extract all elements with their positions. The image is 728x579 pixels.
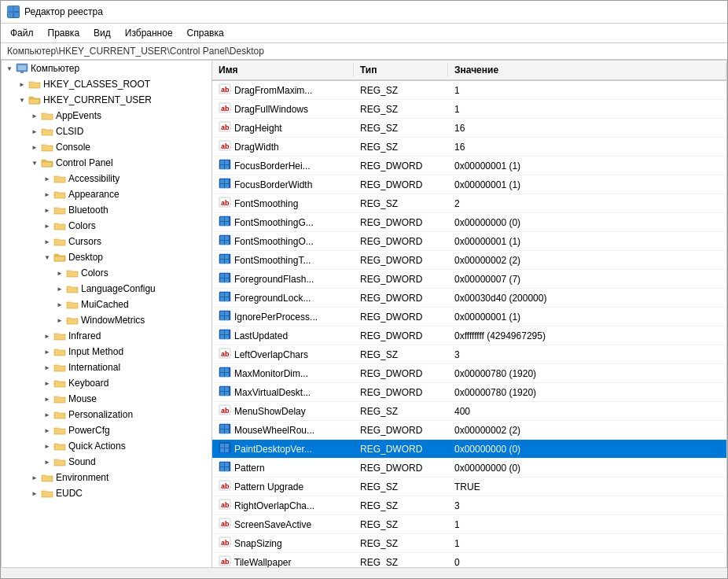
tree-panel[interactable]: ▼Компьютер►HKEY_CLASSES_ROOT▼HKEY_CURREN… (2, 61, 212, 567)
tree-node-bluetooth[interactable]: ►Bluetooth (2, 202, 211, 218)
expand-icon-languageconfigu[interactable]: ► (53, 282, 66, 295)
expand-icon-appevents[interactable]: ► (28, 109, 41, 122)
expand-icon-hkey_classes_root[interactable]: ► (16, 78, 28, 90)
expand-icon-eudc[interactable]: ► (28, 487, 41, 500)
table-row[interactable]: MaxMonitorDim...REG_DWORD0x00000780 (192… (212, 364, 726, 383)
table-row[interactable]: abFontSmoothingREG_SZ2 (212, 194, 726, 213)
folder-icon-appearance (53, 190, 66, 200)
tree-node-international[interactable]: ►International (2, 360, 211, 375)
expand-icon-international[interactable]: ► (41, 361, 53, 374)
svg-rect-82 (220, 444, 224, 448)
expand-icon-control_panel[interactable]: ▼ (28, 157, 41, 169)
expand-icon-windowmetrics[interactable]: ► (53, 314, 66, 326)
table-row[interactable]: PaintDesktopVer...REG_DWORD0x00000000 (0… (212, 440, 726, 459)
tree-node-hkey_current_user[interactable]: ▼HKEY_CURRENT_USER (2, 92, 211, 108)
expand-icon-hkey_current_user[interactable]: ▼ (16, 94, 28, 106)
table-row[interactable]: abRightOverlapCha...REG_SZ3 (212, 496, 726, 515)
expand-icon-desktop[interactable]: ▼ (41, 251, 53, 264)
tree-node-sound[interactable]: ►Sound (2, 454, 211, 470)
menu-item-правка[interactable]: Правка (42, 25, 86, 41)
table-row[interactable]: ForegroundLock...REG_DWORD0x00030d40 (20… (212, 289, 726, 308)
tree-node-powercfg[interactable]: ►PowerCfg (2, 422, 211, 438)
table-row[interactable]: abDragHeightREG_SZ16 (212, 119, 726, 138)
table-row[interactable]: abMenuShowDelayREG_SZ400 (212, 402, 726, 421)
tree-node-windowmetrics[interactable]: ►WindowMetrics (2, 312, 211, 328)
tree-node-languageconfigu[interactable]: ►LanguageConfigu (2, 281, 211, 297)
expand-icon-bluetooth[interactable]: ► (41, 204, 53, 216)
expand-icon-accessibility[interactable]: ► (41, 172, 53, 185)
tree-node-desktop[interactable]: ▼Desktop (2, 249, 211, 265)
expand-icon-computer[interactable]: ▼ (3, 62, 16, 75)
expand-icon-input_method[interactable]: ► (41, 345, 53, 358)
svg-rect-40 (220, 260, 224, 264)
table-row[interactable]: abDragFullWindowsREG_SZ1 (212, 100, 726, 119)
tree-node-muicached[interactable]: ►MuiCached (2, 297, 211, 312)
expand-icon-environment[interactable]: ► (28, 471, 41, 484)
tree-node-console[interactable]: ►Console (2, 139, 211, 155)
expand-icon-appearance[interactable]: ► (41, 188, 53, 201)
table-row[interactable]: abLeftOverlapCharsREG_SZ3 (212, 345, 726, 364)
folder-icon-appevents (41, 111, 53, 121)
tree-node-clsid[interactable]: ►CLSID (2, 124, 211, 139)
table-body[interactable]: abDragFromMaxim...REG_SZ1abDragFullWindo… (212, 81, 726, 567)
expand-icon-sound[interactable]: ► (41, 455, 53, 468)
table-row[interactable]: abDragFromMaxim...REG_SZ1 (212, 81, 726, 100)
cell-name-23: abScreenSaveActive (212, 515, 354, 533)
table-row[interactable]: FocusBorderWidthREG_DWORD0x00000001 (1) (212, 175, 726, 194)
tree-node-appevents[interactable]: ►AppEvents (2, 108, 211, 124)
expand-icon-colors_sub[interactable]: ► (53, 267, 66, 279)
expand-icon-colors[interactable]: ► (41, 219, 53, 232)
expand-icon-personalization[interactable]: ► (41, 408, 53, 421)
expand-icon-clsid[interactable]: ► (28, 125, 41, 138)
tree-node-infrared[interactable]: ►Infrared (2, 328, 211, 344)
table-row[interactable]: abPattern UpgradeREG_SZTRUE (212, 478, 726, 496)
table-row[interactable]: FocusBorderHei...REG_DWORD0x00000001 (1) (212, 157, 726, 175)
tree-node-colors_sub[interactable]: ►Colors (2, 265, 211, 281)
expand-icon-infrared[interactable]: ► (41, 330, 53, 342)
table-row[interactable]: LastUpdatedREG_DWORD0xffffffff (42949672… (212, 326, 726, 345)
tree-node-keyboard[interactable]: ►Keyboard (2, 375, 211, 391)
tree-node-input_method[interactable]: ►Input Method (2, 344, 211, 360)
expand-icon-keyboard[interactable]: ► (41, 377, 53, 389)
menu-item-избранное[interactable]: Избранное (119, 25, 179, 41)
table-row[interactable]: IgnorePerProcess...REG_DWORD0x00000001 (… (212, 308, 726, 326)
table-row[interactable]: abScreenSaveActiveREG_SZ1 (212, 515, 726, 534)
tree-node-appearance[interactable]: ►Appearance (2, 186, 211, 202)
tree-node-personalization[interactable]: ►Personalization (2, 407, 211, 422)
tree-node-environment[interactable]: ►Environment (2, 470, 211, 485)
expand-icon-console[interactable]: ► (28, 141, 41, 153)
menu-item-вид[interactable]: Вид (87, 25, 117, 41)
table-row[interactable]: abTileWallpaperREG_SZ0 (212, 553, 726, 567)
expand-icon-mouse[interactable]: ► (41, 393, 53, 405)
tree-node-quick_actions[interactable]: ►Quick Actions (2, 438, 211, 454)
tree-node-eudc[interactable]: ►EUDC (2, 485, 211, 501)
tree-node-colors[interactable]: ►Colors (2, 218, 211, 234)
table-row[interactable]: PatternREG_DWORD0x00000000 (0) (212, 459, 726, 478)
table-row[interactable]: FontSmoothingO...REG_DWORD0x00000001 (1) (212, 232, 726, 251)
table-row[interactable]: abSnapSizingREG_SZ1 (212, 534, 726, 553)
tree-node-accessibility[interactable]: ►Accessibility (2, 171, 211, 186)
table-row[interactable]: FontSmoothingT...REG_DWORD0x00000002 (2) (212, 251, 726, 270)
tree-node-mouse[interactable]: ►Mouse (2, 391, 211, 407)
table-row[interactable]: abDragWidthREG_SZ16 (212, 138, 726, 157)
cell-name-text-1: DragFullWindows (234, 104, 308, 115)
svg-rect-50 (220, 297, 224, 301)
table-row[interactable]: FontSmoothingG...REG_DWORD0x00000000 (0) (212, 213, 726, 232)
table-row[interactable]: MouseWheelRou...REG_DWORD0x00000002 (2) (212, 421, 726, 440)
tree-node-control_panel[interactable]: ▼Control Panel (2, 155, 211, 171)
menu-item-справка[interactable]: Справка (181, 25, 230, 41)
svg-rect-5 (18, 65, 26, 70)
tree-node-hkey_classes_root[interactable]: ►HKEY_CLASSES_ROOT (2, 76, 211, 92)
tree-label-muicached: MuiCached (81, 299, 129, 310)
table-row[interactable]: MaxVirtualDeskt...REG_DWORD0x00000780 (1… (212, 383, 726, 402)
svg-rect-77 (220, 425, 224, 429)
folder-icon-mouse (53, 394, 66, 404)
tree-node-cursors[interactable]: ►Cursors (2, 234, 211, 249)
expand-icon-quick_actions[interactable]: ► (41, 440, 53, 452)
expand-icon-cursors[interactable]: ► (41, 235, 53, 248)
menu-item-файл[interactable]: Файл (4, 25, 40, 41)
table-row[interactable]: ForegroundFlash...REG_DWORD0x00000007 (7… (212, 270, 726, 289)
tree-node-computer[interactable]: ▼Компьютер (2, 61, 211, 76)
expand-icon-powercfg[interactable]: ► (41, 424, 53, 437)
expand-icon-muicached[interactable]: ► (53, 298, 66, 311)
